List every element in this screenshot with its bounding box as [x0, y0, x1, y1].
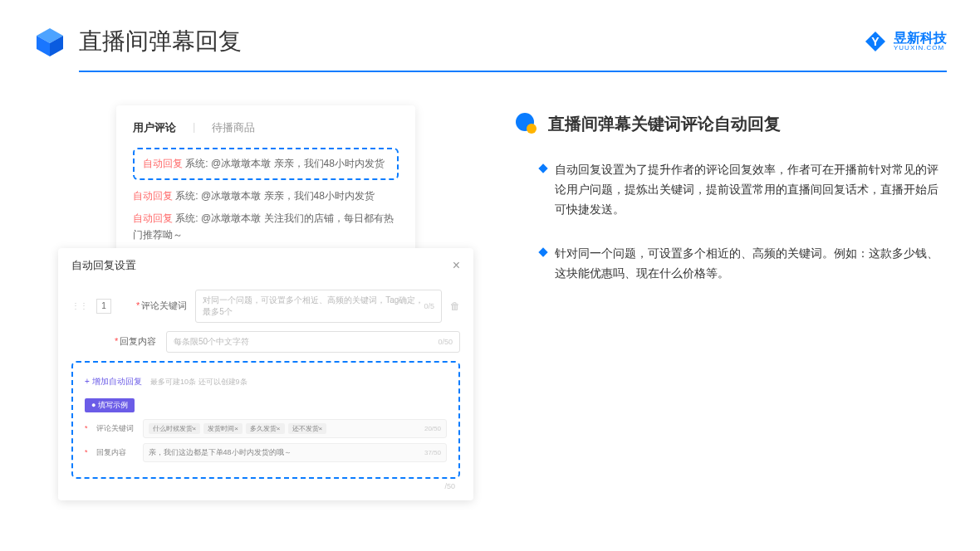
tab-user-comments[interactable]: 用户评论	[133, 120, 176, 135]
ex-reply-box: 亲，我们这边都是下单48小时内发货的哦～ 37/50	[143, 443, 447, 462]
example-keyword-row: * 评论关键词 什么时候发货× 发货时间× 多久发货× 还不发货× 20/50	[85, 419, 447, 438]
chat-bubble-icon	[515, 112, 538, 135]
comment-2: 自动回复 系统: @冰墩墩本墩 亲亲，我们48小时内发货	[133, 188, 399, 204]
highlighted-comment: 自动回复 系统: @冰墩墩本墩 亲亲，我们48小时内发货	[133, 148, 399, 180]
add-auto-reply-link[interactable]: + 增加自动回复	[85, 376, 142, 388]
index-badge: 1	[96, 299, 111, 314]
brand-text: 昱新科技 YUUXIN.COM	[894, 32, 947, 51]
bullet-2: 针对同一个问题，可设置多个相近的、高频的关键词。例如：这款多少钱、这块能优惠吗、…	[515, 244, 947, 284]
reply-label: *回复内容	[115, 335, 158, 348]
section-head: 直播间弹幕关键词评论自动回复	[515, 112, 947, 135]
add-hint: 最多可建10条 还可以创建9条	[150, 378, 247, 386]
drag-handle-icon[interactable]: ⋮⋮	[71, 301, 88, 310]
example-reply-row: * 回复内容 亲，我们这边都是下单48小时内发货的哦～ 37/50	[85, 443, 447, 462]
diamond-icon	[538, 248, 547, 257]
content-area: 用户评论 | 待播商品 自动回复 系统: @冰墩墩本墩 亲亲，我们48小时内发货…	[0, 72, 980, 500]
cube-icon	[33, 25, 66, 58]
ex-reply-label: 回复内容	[96, 447, 136, 458]
close-icon[interactable]: ×	[453, 258, 460, 273]
tag-2: 发货时间×	[203, 423, 243, 434]
add-row: + 增加自动回复 最多可建10条 还可以创建9条	[85, 373, 447, 396]
diamond-icon	[538, 163, 547, 173]
reply-placeholder: 每条限50个中文字符	[174, 336, 249, 348]
keyword-label: *评论关键词	[136, 300, 187, 312]
tag-3: 多久发货×	[246, 423, 285, 434]
tab-pending-goods[interactable]: 待播商品	[212, 120, 255, 135]
ex-keyword-counter: 20/50	[424, 425, 441, 432]
settings-modal: 自动回复设置 × ⋮⋮ 1 *评论关键词 对同一个问题，可设置多个相近、高频的关…	[58, 248, 473, 500]
comment-3: 自动回复 系统: @冰墩墩本墩 关注我们的店铺，每日都有热门推荐呦～	[133, 211, 399, 242]
svg-text:Y: Y	[871, 35, 880, 48]
keyword-row: ⋮⋮ 1 *评论关键词 对同一个问题，可设置多个相近、高频的关键词，Tag确定，…	[71, 290, 460, 323]
comment-2-text: 系统: @冰墩墩本墩 亲亲，我们48小时内发货	[173, 190, 375, 202]
example-badge: ● 填写示例	[85, 398, 135, 412]
page-header: 直播间弹幕回复 Y 昱新科技 YUUXIN.COM	[0, 0, 980, 66]
delete-icon[interactable]: 🗑	[450, 300, 460, 312]
auto-reply-tag: 自动回复	[133, 212, 173, 224]
reply-row: *回复内容 每条限50个中文字符 0/50	[71, 331, 460, 353]
description-column: 直播间弹幕关键词评论自动回复 自动回复设置为了提升作者的评论回复效率，作者可在开…	[515, 105, 947, 500]
keyword-placeholder: 对同一个问题，可设置多个相近、高频的关键词，Tag确定，最多5个	[203, 295, 424, 318]
ex-keyword-tags: 什么时候发货× 发货时间× 多久发货× 还不发货× 20/50	[143, 419, 447, 438]
tab-separator: |	[193, 120, 195, 135]
page-title: 直播间弹幕回复	[79, 26, 242, 57]
comment-1: 自动回复 系统: @冰墩墩本墩 亲亲，我们48小时内发货	[143, 156, 389, 172]
comments-card: 用户评论 | 待播商品 自动回复 系统: @冰墩墩本墩 亲亲，我们48小时内发货…	[116, 105, 415, 265]
ex-keyword-label: 评论关键词	[96, 423, 136, 434]
modal-title: 自动回复设置	[71, 258, 136, 273]
bullet-1-text: 自动回复设置为了提升作者的评论回复效率，作者可在开播前针对常见的评论用户问题，提…	[555, 160, 947, 219]
outer-counter: /50	[71, 479, 460, 490]
tag-1: 什么时候发货×	[149, 423, 201, 434]
brand-name-en: YUUXIN.COM	[894, 45, 947, 51]
reply-counter: 0/50	[438, 338, 453, 346]
svg-point-6	[527, 124, 537, 134]
screenshot-column: 用户评论 | 待播商品 自动回复 系统: @冰墩墩本墩 亲亲，我们48小时内发货…	[58, 105, 473, 500]
brand-name-cn: 昱新科技	[894, 32, 947, 45]
auto-reply-tag: 自动回复	[143, 158, 183, 169]
ex-reply-text: 亲，我们这边都是下单48小时内发货的哦～	[149, 447, 292, 458]
tag-4: 还不发货×	[288, 423, 327, 434]
section-title: 直播间弹幕关键词评论自动回复	[548, 113, 781, 135]
brand-logo: Y 昱新科技 YUUXIN.COM	[864, 30, 947, 53]
bullet-1: 自动回复设置为了提升作者的评论回复效率，作者可在开播前针对常见的评论用户问题，提…	[515, 160, 947, 219]
example-section: + 增加自动回复 最多可建10条 还可以创建9条 ● 填写示例 * 评论关键词 …	[71, 361, 460, 479]
comment-1-text: 系统: @冰墩墩本墩 亲亲，我们48小时内发货	[183, 158, 385, 169]
keyword-counter: 0/5	[424, 302, 434, 310]
reply-input[interactable]: 每条限50个中文字符 0/50	[166, 331, 460, 353]
tabs-row: 用户评论 | 待播商品	[133, 120, 399, 135]
comment-3-text: 系统: @冰墩墩本墩 关注我们的店铺，每日都有热门推荐呦～	[133, 212, 394, 240]
modal-header: 自动回复设置 ×	[71, 258, 460, 275]
bullet-2-text: 针对同一个问题，可设置多个相近的、高频的关键词。例如：这款多少钱、这块能优惠吗、…	[555, 244, 947, 284]
ex-reply-counter: 37/50	[424, 449, 441, 456]
header-left: 直播间弹幕回复	[33, 25, 242, 58]
auto-reply-tag: 自动回复	[133, 190, 173, 202]
keyword-input[interactable]: 对同一个问题，可设置多个相近、高频的关键词，Tag确定，最多5个 0/5	[195, 290, 442, 323]
